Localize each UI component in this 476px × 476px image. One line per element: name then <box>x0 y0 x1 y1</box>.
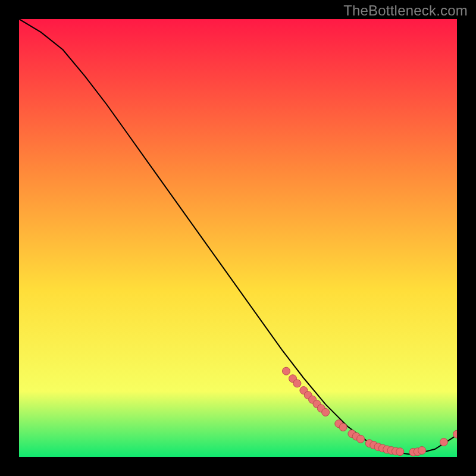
watermark-label: TheBottleneck.com <box>343 2 468 19</box>
chart-svg <box>19 19 457 457</box>
plot-area <box>19 19 457 457</box>
data-point <box>283 367 290 375</box>
data-point <box>339 424 347 431</box>
data-point <box>418 447 426 455</box>
data-point <box>322 408 330 416</box>
chart-frame: TheBottleneck.com <box>0 0 476 476</box>
data-point <box>396 448 404 456</box>
data-point <box>357 435 365 443</box>
data-point <box>440 439 447 446</box>
data-point <box>293 380 301 387</box>
gradient-background <box>19 19 457 457</box>
